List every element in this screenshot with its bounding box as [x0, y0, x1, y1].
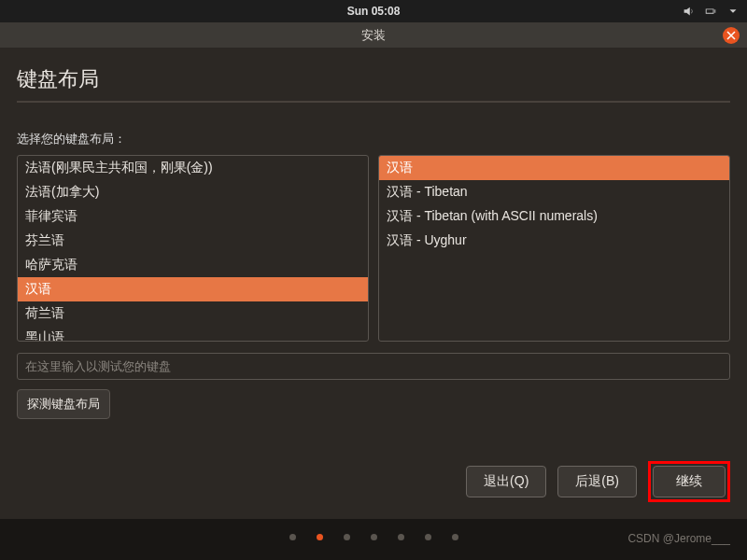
- battery-icon[interactable]: [704, 5, 717, 18]
- close-button[interactable]: [723, 27, 740, 44]
- quit-button[interactable]: 退出(Q): [466, 466, 546, 497]
- detect-layout-button[interactable]: 探测键盘布局: [17, 389, 110, 419]
- chevron-down-icon[interactable]: [726, 5, 740, 18]
- watermark: CSDN @Jerome___: [627, 532, 730, 545]
- volume-icon[interactable]: [682, 5, 695, 18]
- progress-strip: CSDN @Jerome___: [0, 519, 747, 560]
- clock: Sun 05:08: [347, 5, 401, 18]
- footer-buttons: 退出(Q) 后退(B) 继续: [466, 461, 730, 502]
- variant-list[interactable]: 汉语汉语 - Tibetan汉语 - Tibetan (with ASCII n…: [378, 155, 730, 342]
- list-item[interactable]: 汉语 - Uyghur: [379, 229, 729, 253]
- window-title: 安装: [361, 27, 386, 44]
- list-item[interactable]: 汉语 - Tibetan (with ASCII numerals): [379, 204, 729, 229]
- keyboard-test-input[interactable]: [17, 353, 730, 380]
- list-item[interactable]: 菲律宾语: [18, 204, 368, 229]
- prompt-label: 选择您的键盘布局：: [17, 131, 730, 147]
- progress-dot: [289, 534, 296, 540]
- language-list[interactable]: 法语(刚果民主共和国，刚果(金))法语(加拿大)菲律宾语芬兰语哈萨克语汉语荷兰语…: [17, 155, 369, 342]
- list-item[interactable]: 芬兰语: [18, 229, 368, 253]
- list-item[interactable]: 汉语: [18, 277, 368, 301]
- continue-button[interactable]: 继续: [653, 466, 726, 497]
- window-titlebar: 安装: [0, 22, 747, 49]
- list-item[interactable]: 汉语: [379, 156, 729, 180]
- system-topbar: Sun 05:08: [0, 0, 747, 22]
- list-item[interactable]: 法语(刚果民主共和国，刚果(金)): [18, 156, 368, 180]
- close-icon: [726, 31, 736, 40]
- list-item[interactable]: 法语(加拿大): [18, 180, 368, 204]
- list-item[interactable]: 黑山语: [18, 326, 368, 341]
- list-item[interactable]: 荷兰语: [18, 301, 368, 326]
- list-item[interactable]: 哈萨克语: [18, 253, 368, 277]
- progress-dot: [344, 534, 350, 540]
- layout-lists: 法语(刚果民主共和国，刚果(金))法语(加拿大)菲律宾语芬兰语哈萨克语汉语荷兰语…: [17, 155, 730, 342]
- continue-highlight: 继续: [648, 461, 730, 502]
- installer-content: 键盘布局 选择您的键盘布局： 法语(刚果民主共和国，刚果(金))法语(加拿大)菲…: [0, 49, 747, 519]
- progress-dot: [317, 534, 323, 540]
- list-item[interactable]: 汉语 - Tibetan: [379, 180, 729, 204]
- divider: [17, 101, 730, 103]
- back-button[interactable]: 后退(B): [557, 466, 637, 497]
- progress-dot: [425, 534, 431, 540]
- progress-dots: [289, 534, 458, 540]
- page-title: 键盘布局: [17, 65, 730, 93]
- system-tray: [682, 5, 740, 18]
- progress-dot: [452, 534, 458, 540]
- progress-dot: [398, 534, 404, 540]
- progress-dot: [371, 534, 377, 540]
